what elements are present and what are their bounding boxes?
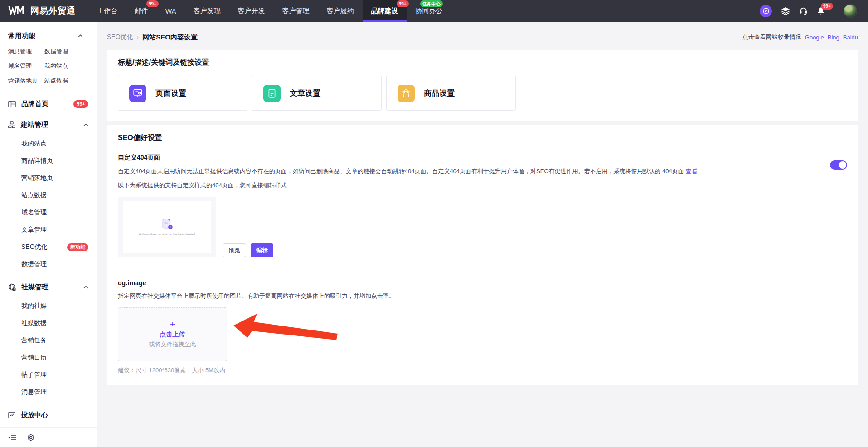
sidebar-item-label: 消息管理 (21, 388, 47, 396)
sidebar-section-site-management[interactable]: 建站管理 (0, 115, 97, 134)
common-functions-header[interactable]: 常用功能 (0, 32, 97, 40)
sidebar-item-site-data[interactable]: 站点数据 (0, 187, 97, 204)
nav-label: 协同办公 (416, 7, 443, 15)
nav-label: 客户发现 (194, 7, 221, 15)
settings-gear-icon[interactable] (27, 434, 34, 441)
article-settings-tile[interactable]: 文章设置 (252, 76, 382, 111)
nav-label: 邮件 (135, 7, 148, 15)
sidebar-item-label: 帖子管理 (21, 371, 47, 379)
sidebar-item-social-media-data[interactable]: 社媒数据 (0, 315, 97, 332)
custom-404-toggle[interactable] (830, 160, 847, 170)
article-settings-icon (263, 85, 281, 102)
nav-label: 客户管理 (282, 7, 310, 15)
title-desc-keyword-card: 标题/描述/关键词及链接设置 页面设置 文章设置 (107, 50, 858, 121)
custom-404-edit-hint: 以下为系统提供的支持自定义样式的404页面，您可直接编辑样式 (118, 181, 847, 190)
og-image-title: og:image (118, 279, 847, 287)
svg-text:f: f (14, 288, 15, 291)
sidebar-item-my-social-media[interactable]: 我的社媒 (0, 297, 97, 315)
sidebar-item-message-management[interactable]: 消息管理 (0, 384, 97, 401)
task-center-badge: 任务中心 (420, 0, 443, 7)
nav-item-brand-building[interactable]: 品牌建设99+ (363, 0, 407, 22)
sidebar-item-delivery-center[interactable]: 投放中心 (0, 405, 97, 424)
sidebar-item-label: 营销落地页 (21, 174, 53, 182)
sidebar-item-my-sites[interactable]: 我的站点 (0, 135, 97, 152)
chevron-up-icon[interactable] (83, 123, 88, 126)
og-image-upload-dropzone[interactable]: + 点击上传 或将文件拖拽至此 (118, 307, 227, 361)
custom-404-template-thumbnail[interactable]: ! Address does not exist or has been del… (118, 197, 216, 257)
custom-404-template-row: ! Address does not exist or has been del… (118, 197, 847, 257)
sidebar-item-post-management[interactable]: 帖子管理 (0, 366, 97, 384)
page-settings-tile[interactable]: 页面设置 (118, 76, 247, 111)
missing-page-icon: ! (160, 218, 175, 231)
tile-label: 文章设置 (290, 88, 320, 98)
content-header: SEO优化 网站SEO内容设置 点击查看网站收录情况 Google Bing B… (107, 28, 858, 46)
nav-item-mail[interactable]: 邮件99+ (126, 0, 157, 22)
site-management-icon (8, 121, 15, 128)
nav-item-workbench[interactable]: 工作台 (88, 0, 126, 22)
sidebar-item-brand-home[interactable]: 品牌首页 99+ (0, 94, 97, 113)
sidebar-item-domain-management[interactable]: 域名管理 (0, 204, 97, 221)
sidebar-item-marketing-landing[interactable]: 营销落地页 (0, 170, 97, 187)
nav-item-customer-development[interactable]: 客户开发 (229, 0, 274, 22)
delivery-center-icon (8, 412, 15, 418)
nav-item-customer-discovery[interactable]: 客户发现 (185, 0, 229, 22)
avatar[interactable] (844, 4, 857, 18)
sidebar-section-social-media[interactable]: f 社媒管理 (0, 277, 97, 296)
seo-preference-card: SEO偏好设置 自定义404页面 自定义404页面未启用访问无法正常提供信息或内… (107, 125, 858, 385)
tile-label: 页面设置 (155, 88, 186, 98)
brand[interactable]: 网易外贸通 (0, 0, 88, 22)
svg-text:!: ! (170, 225, 170, 228)
edit-button[interactable]: 编辑 (251, 243, 273, 257)
quick-links: 消息管理 数据管理 域名管理 我的站点 营销落地页 站点数据 (0, 40, 97, 85)
preview-button[interactable]: 预览 (223, 243, 246, 257)
breadcrumb-seo[interactable]: SEO优化 (107, 33, 133, 41)
custom-404-section: 自定义404页面 自定义404页面未启用访问无法正常提供信息或内容不存在的页面，… (118, 154, 847, 257)
bell-badge: 99+ (821, 3, 833, 10)
baidu-index-link[interactable]: Baidu (843, 34, 858, 41)
view-default-404-link[interactable]: 查看 (685, 168, 697, 175)
chevron-up-icon[interactable] (83, 286, 88, 289)
sidebar-item-label: 品牌首页 (21, 100, 48, 108)
nav-label: 品牌建设 (371, 7, 398, 15)
sidebar: 常用功能 消息管理 数据管理 域名管理 我的站点 营销落地页 站点数据 品牌首页… (0, 22, 97, 447)
chevron-up-icon[interactable] (78, 34, 83, 38)
sidebar-item-marketing-tasks[interactable]: 营销任务 (0, 332, 97, 349)
sidebar-item-product-detail-page[interactable]: 商品详情页 (0, 152, 97, 170)
sidebar-item-label: 商品详情页 (21, 157, 53, 165)
quick-link-data-management[interactable]: 数据管理 (44, 48, 97, 56)
sidebar-item-marketing-calendar[interactable]: 营销日历 (0, 349, 97, 366)
collapse-sidebar-icon[interactable] (8, 434, 16, 441)
sidebar-item-label: 营销任务 (21, 336, 47, 345)
breadcrumb-separator-icon (137, 34, 139, 41)
sidebar-item-data-management[interactable]: 数据管理 (0, 256, 97, 273)
quick-link-marketing-landing[interactable]: 营销落地页 (8, 77, 44, 85)
brand-logo-icon (8, 5, 26, 17)
sidebar-item-label: 社媒数据 (21, 319, 47, 327)
quick-link-domain-management[interactable]: 域名管理 (8, 62, 44, 70)
brand-name: 网易外贸通 (30, 5, 76, 17)
nav-item-collaboration[interactable]: 协同办公任务中心 (407, 0, 451, 22)
plus-icon: + (170, 320, 175, 329)
sidebar-item-label: 数据管理 (21, 260, 47, 268)
compass-icon[interactable] (760, 5, 772, 17)
sidebar-item-article-management[interactable]: 文章管理 (0, 221, 97, 238)
quick-link-message-management[interactable]: 消息管理 (8, 48, 44, 56)
support-headset-icon[interactable] (799, 7, 808, 15)
sidebar-item-label: 投放中心 (21, 411, 48, 419)
product-settings-tile[interactable]: 商品设置 (386, 76, 516, 111)
sidebar-item-seo-optimization[interactable]: SEO优化新功能 (0, 238, 97, 256)
quick-link-my-sites[interactable]: 我的站点 (44, 62, 97, 70)
sidebar-section-label: 社媒管理 (21, 283, 48, 292)
apps-layers-icon[interactable] (781, 7, 790, 15)
quick-link-site-data[interactable]: 站点数据 (44, 77, 97, 85)
notifications-bell-icon[interactable]: 99+ (817, 7, 825, 15)
nav-item-customer-fulfillment[interactable]: 客户履约 (318, 0, 363, 22)
nav-item-customer-management[interactable]: 客户管理 (274, 0, 318, 22)
tile-label: 商品设置 (424, 88, 455, 98)
sidebar-item-label: 我的站点 (21, 140, 47, 148)
nav-item-wa[interactable]: WA (157, 0, 185, 22)
drag-label: 或将文件拖拽至此 (149, 340, 196, 349)
setting-tiles: 页面设置 文章设置 商品设置 (118, 76, 847, 111)
bing-index-link[interactable]: Bing (828, 34, 839, 41)
google-index-link[interactable]: Google (805, 34, 824, 41)
